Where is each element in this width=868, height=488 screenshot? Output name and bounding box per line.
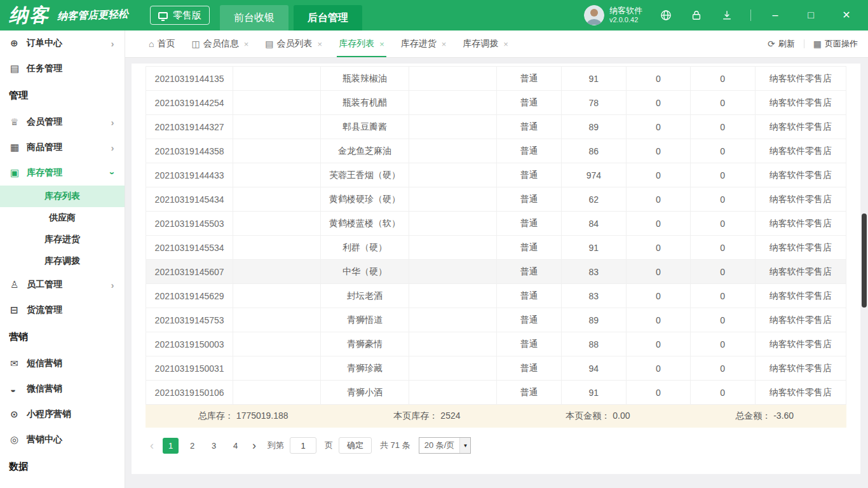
table-row[interactable]: 20210319150003青狮豪情普通8800纳客软件零售店 [146,332,846,356]
table-cell: 普通 [496,356,561,381]
table-cell: 0 [626,163,690,187]
download-icon[interactable] [720,8,734,22]
tab-inventory-list[interactable]: 库存列表× [330,30,393,57]
table-row[interactable]: 20210319144433芙蓉王香烟（硬）普通97400纳客软件零售店 [146,163,846,187]
close-icon[interactable]: × [244,39,249,49]
table-row[interactable]: 20210319150106青狮小酒普通9100纳客软件零售店 [146,381,846,405]
table-cell: 纳客软件零售店 [755,236,846,260]
top-nav-front-cashier[interactable]: 前台收银 [220,5,288,30]
topbar-divider [750,10,751,21]
members-icon: ♕ [10,116,27,128]
globe-icon[interactable] [659,8,673,22]
table-cell: 20210319145434 [146,187,233,212]
maximize-button[interactable]: □ [793,0,829,30]
table-cell: 89 [561,308,626,332]
table-cell: 中华（硬） [321,260,409,284]
tab-inventory-purchase[interactable]: 库存进货× [393,30,455,57]
page-operations-button[interactable]: ▦ 页面操作 [813,38,858,50]
table-row[interactable]: 20210319145629封坛老酒普通8300纳客软件零售店 [146,284,846,308]
minimize-button[interactable]: – [757,0,793,30]
table-row[interactable]: 20210319150031青狮珍藏普通9400纳客软件零售店 [146,356,846,381]
table-cell [409,163,496,187]
confirm-button[interactable]: 确定 [339,437,372,454]
sidebar-item-label: 微信营销 [27,383,116,395]
table-cell: 0 [690,236,755,260]
next-page-button[interactable]: › [249,440,259,451]
sidebar-item-inventory-purchase[interactable]: 库存进货 [0,229,125,250]
goods-icon: ▦ [10,142,27,153]
close-icon[interactable]: × [318,39,323,49]
sidebar-item-task-management[interactable]: ▤任务管理 [0,56,125,81]
tab-member-list[interactable]: ▤会员列表× [257,30,330,57]
sidebar-item-label: 订单中心 [27,37,109,49]
sidebar-item-label: 员工管理 [27,279,109,290]
app-window: 纳客 纳客管店更轻松 零售版 前台收银后台管理 纳客软件 v2.0.0.42 – [0,0,868,488]
table-row[interactable]: 20210319145753青狮悟道普通8900纳客软件零售店 [146,308,846,332]
sidebar-item-suppliers[interactable]: 供应商 [0,207,125,229]
tab-inventory-transfer[interactable]: 库存调拨× [454,30,517,57]
table-cell: 纳客软件零售店 [755,308,846,332]
table-row[interactable]: 20210319144254瓶装有机醋普通7800纳客软件零售店 [146,91,846,115]
table-cell: 0 [626,67,690,91]
brand-logo: 纳客 [9,3,50,29]
tabbar-actions: ⟳ 刷新 ▦ 页面操作 [768,38,858,50]
table-cell: 青狮小酒 [321,381,409,405]
employees-icon: ♙ [10,279,27,290]
page-size-select[interactable]: 20 条/页 ▼ [419,437,471,454]
page-button[interactable]: 1 [163,438,179,454]
table-row[interactable]: 20210319145534利群（硬）普通9100纳客软件零售店 [146,236,846,260]
sidebar-item-statistics-report[interactable]: ◫统计报表› [0,480,125,488]
goto-page-input[interactable] [290,437,316,454]
table-cell: 普通 [496,308,561,332]
sidebar-item-sms-marketing[interactable]: ✉短信营销 [0,351,125,376]
sidebar-item-employee-management[interactable]: ♙员工管理› [0,272,125,297]
sidebar-item-inventory-transfer[interactable]: 库存调拨 [0,250,125,272]
table-cell: 0 [690,163,755,187]
tab-label: 库存列表 [339,38,374,50]
tab-member-info[interactable]: ◫会员信息× [183,30,257,57]
prev-page-button[interactable]: ‹ [147,440,157,451]
sidebar-item-wechat-marketing[interactable]: ◒微信营销 [0,376,125,402]
table-cell: 普通 [496,187,561,212]
table-row[interactable]: 20210319144358金龙鱼芝麻油普通8600纳客软件零售店 [146,139,846,163]
tab-home[interactable]: ⌂首页 [140,30,183,57]
scrollbar-thumb[interactable] [862,214,867,308]
close-icon[interactable]: × [503,39,508,49]
top-nav-back-office[interactable]: 后台管理 [294,5,362,30]
table-row[interactable]: 20210319145607中华（硬）普通8300纳客软件零售店 [146,260,846,284]
sidebar-item-inventory-list[interactable]: 库存列表 [0,186,125,207]
close-icon[interactable]: × [379,39,384,49]
table-row[interactable]: 20210319144135瓶装辣椒油普通9100纳客软件零售店 [146,67,846,91]
table-cell: 83 [561,284,626,308]
page-button[interactable]: 3 [206,438,222,454]
sidebar-item-miniprogram-marketing[interactable]: ⊙小程序营销 [0,402,125,427]
refresh-button[interactable]: ⟳ 刷新 [768,38,795,50]
table-row[interactable]: 20210319145434黄鹤楼硬珍（硬）普通6200纳客软件零售店 [146,187,846,212]
page-ops-label: 页面操作 [825,38,858,50]
close-icon[interactable]: × [442,39,447,49]
summary-label: 本页库存： [393,410,438,422]
table-cell: 瓶装辣椒油 [321,67,409,91]
sidebar-item-goods-management[interactable]: ▦商品管理› [0,135,125,160]
page-button[interactable]: 2 [184,438,200,454]
sidebar-item-label: 供应商 [49,212,76,224]
sidebar-item-inventory-management[interactable]: ▣库存管理› [0,160,125,186]
table-cell: 芙蓉王香烟（硬） [321,163,409,187]
close-button[interactable]: ✕ [829,0,864,30]
table-cell [233,91,321,115]
table-row[interactable]: 20210319144327郫县豆瓣酱普通8900纳客软件零售店 [146,115,846,139]
sidebar-item-label: 会员管理 [27,116,109,128]
sidebar-item-member-management[interactable]: ♕会员管理› [0,109,125,135]
table-row[interactable]: 20210319145503黄鹤楼蓝楼（软）普通8400纳客软件零售店 [146,212,846,236]
sidebar-item-logistics-management[interactable]: ⊟货流管理 [0,297,125,323]
user-info[interactable]: 纳客软件 v2.0.0.42 [584,5,642,25]
page-number-list: 1234 [163,438,243,454]
table-cell: 纳客软件零售店 [755,356,846,381]
sidebar-item-order-center[interactable]: ⊕订单中心› [0,30,125,56]
table-cell: 0 [626,381,690,405]
table-cell: 0 [690,260,755,284]
page-button[interactable]: 4 [227,438,243,454]
chevron-right-icon: › [109,280,116,290]
sidebar-item-marketing-center[interactable]: ◎营销中心 [0,427,125,452]
lock-icon[interactable] [689,8,703,22]
